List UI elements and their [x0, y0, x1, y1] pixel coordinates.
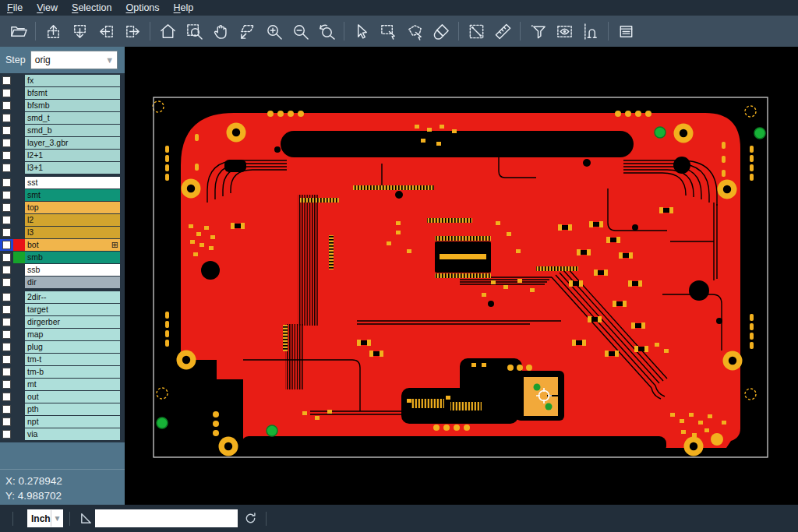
- layer-name[interactable]: npt: [25, 416, 120, 428]
- layer-checkbox[interactable]: [0, 379, 13, 390]
- zoom-in-button[interactable]: [262, 19, 285, 43]
- menu-options[interactable]: Options: [118, 0, 166, 16]
- layer-name[interactable]: dir: [25, 277, 120, 288]
- open-folder-button[interactable]: [6, 19, 30, 43]
- layer-name[interactable]: l3: [25, 227, 120, 238]
- layer-name[interactable]: out: [25, 391, 120, 403]
- layer-color-swatch[interactable]: [13, 341, 25, 353]
- layer-checkbox[interactable]: [0, 428, 13, 440]
- filter-button[interactable]: [526, 19, 549, 43]
- corner-triangle-icon[interactable]: [76, 509, 95, 528]
- toggle-visibility-button[interactable]: [553, 19, 576, 43]
- layer-checkbox[interactable]: [0, 137, 13, 149]
- layer-name[interactable]: mt: [25, 379, 120, 390]
- menu-help[interactable]: Help: [167, 0, 201, 16]
- layer-name[interactable]: smb: [25, 252, 120, 263]
- zoom-object-button[interactable]: [235, 19, 259, 43]
- layer-color-swatch[interactable]: [13, 277, 25, 288]
- layer-checkbox[interactable]: [0, 354, 13, 365]
- layer-color-swatch[interactable]: [13, 403, 25, 415]
- select-rectangle-button[interactable]: [376, 19, 400, 43]
- unit-select[interactable]: Inch ▼: [27, 509, 63, 527]
- layer-checkbox[interactable]: [0, 162, 13, 174]
- layer-color-swatch[interactable]: [13, 428, 25, 440]
- pcb-render[interactable]: [125, 47, 798, 505]
- select-pointer-button[interactable]: [350, 19, 373, 43]
- layer-color-swatch[interactable]: [13, 202, 25, 213]
- layer-name[interactable]: tm-b: [25, 366, 120, 378]
- layer-checkbox[interactable]: [0, 150, 13, 161]
- zoom-window-button[interactable]: [182, 19, 206, 43]
- menu-file[interactable]: File: [0, 0, 30, 16]
- layer-name[interactable]: l3+1: [25, 162, 120, 174]
- layer-name[interactable]: fx: [25, 75, 120, 86]
- nudge-right-button[interactable]: [121, 19, 144, 43]
- layer-checkbox[interactable]: [0, 87, 13, 99]
- layer-color-swatch[interactable]: [13, 379, 25, 390]
- layer-name[interactable]: top: [25, 202, 120, 213]
- layer-checkbox[interactable]: [0, 125, 13, 136]
- layer-checkbox[interactable]: [0, 341, 13, 353]
- layer-color-swatch[interactable]: [13, 391, 25, 403]
- pan-hand-button[interactable]: [209, 19, 232, 43]
- zoom-out-button[interactable]: [288, 19, 312, 43]
- layer-color-swatch[interactable]: [13, 189, 25, 201]
- layer-color-swatch[interactable]: [13, 112, 25, 124]
- menu-selection[interactable]: Selection: [65, 0, 118, 16]
- layer-color-swatch[interactable]: [13, 75, 25, 86]
- layers-panel-button[interactable]: [614, 19, 637, 43]
- layer-checkbox[interactable]: [0, 252, 13, 263]
- layer-color-swatch[interactable]: [13, 125, 25, 136]
- layer-checkbox[interactable]: [0, 304, 13, 315]
- layer-color-swatch[interactable]: [13, 416, 25, 428]
- layer-name[interactable]: sst: [25, 177, 120, 188]
- nudge-down-button[interactable]: [68, 19, 91, 43]
- layer-color-swatch[interactable]: [13, 354, 25, 365]
- clear-highlight-brush-button[interactable]: [429, 19, 453, 43]
- layer-name[interactable]: bot⊞: [25, 239, 120, 251]
- layer-checkbox[interactable]: [0, 329, 13, 340]
- layer-name[interactable]: tm-t: [25, 354, 120, 365]
- refresh-icon[interactable]: [241, 509, 260, 528]
- layer-name[interactable]: l2+1: [25, 150, 120, 161]
- layer-checkbox[interactable]: [0, 214, 13, 226]
- ruler-button[interactable]: [491, 19, 514, 43]
- layer-color-swatch[interactable]: [13, 227, 25, 238]
- layer-checkbox[interactable]: [0, 391, 13, 403]
- home-view-button[interactable]: [156, 19, 179, 43]
- layer-checkbox[interactable]: [0, 416, 13, 428]
- nudge-left-button[interactable]: [94, 19, 118, 43]
- layer-color-swatch[interactable]: [13, 87, 25, 99]
- layer-name[interactable]: ssb: [25, 264, 120, 276]
- measure-distance-button[interactable]: [464, 19, 488, 43]
- layer-checkbox[interactable]: [0, 100, 13, 111]
- menu-view[interactable]: View: [30, 0, 65, 16]
- layer-checkbox[interactable]: [0, 75, 13, 86]
- layer-checkbox[interactable]: [0, 239, 13, 251]
- layer-color-swatch[interactable]: [13, 252, 25, 263]
- layer-name[interactable]: bfsmt: [25, 87, 120, 99]
- layer-name[interactable]: 2dir--: [25, 291, 120, 303]
- step-select[interactable]: orig ▼: [30, 51, 118, 69]
- layer-checkbox[interactable]: [0, 316, 13, 328]
- layer-color-swatch[interactable]: [13, 214, 25, 226]
- layer-name[interactable]: dirgerber: [25, 316, 120, 328]
- layer-color-swatch[interactable]: [13, 137, 25, 149]
- layer-name[interactable]: layer_3.gbr: [25, 137, 120, 149]
- layer-name[interactable]: map: [25, 329, 120, 340]
- layer-checkbox[interactable]: [0, 189, 13, 201]
- layer-color-swatch[interactable]: [13, 316, 25, 328]
- layer-name[interactable]: smt: [25, 189, 120, 201]
- layer-name[interactable]: bfsmb: [25, 100, 120, 111]
- layer-checkbox[interactable]: [0, 202, 13, 213]
- layer-color-swatch[interactable]: [13, 366, 25, 378]
- layer-color-swatch[interactable]: [13, 291, 25, 303]
- layer-checkbox[interactable]: [0, 264, 13, 276]
- select-polygon-button[interactable]: [403, 19, 426, 43]
- layer-name[interactable]: l2: [25, 214, 120, 226]
- layer-checkbox[interactable]: [0, 227, 13, 238]
- pcb-canvas[interactable]: [125, 47, 798, 505]
- layer-color-swatch[interactable]: [13, 100, 25, 111]
- layer-color-swatch[interactable]: [13, 177, 25, 188]
- layer-color-swatch[interactable]: [13, 239, 25, 251]
